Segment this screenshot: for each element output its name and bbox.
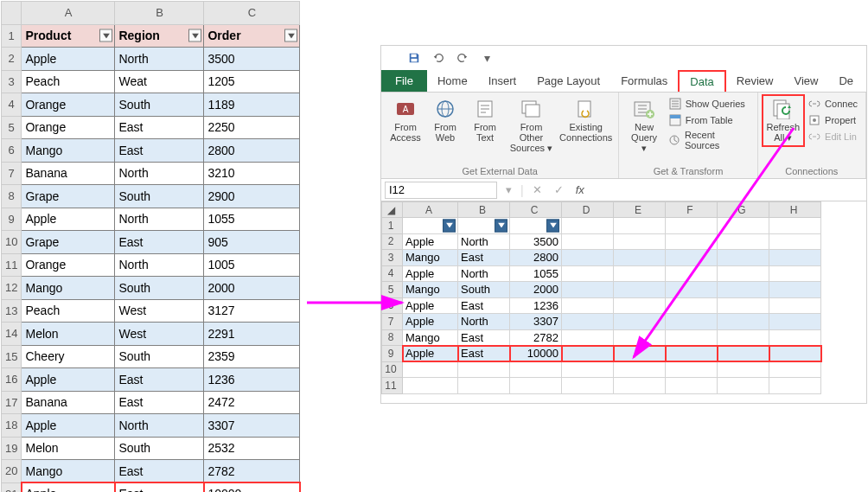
cell[interactable]: 2250	[204, 116, 300, 139]
cell[interactable]: Weat	[115, 70, 204, 93]
row-header[interactable]: 2	[382, 233, 403, 250]
cell[interactable]: 3307	[204, 414, 300, 438]
cell[interactable]: East	[458, 346, 510, 362]
cell[interactable]: East	[115, 482, 204, 492]
cell[interactable]: 905	[204, 231, 300, 254]
cell[interactable]: 2000	[510, 282, 562, 298]
cell[interactable]: Apple	[22, 482, 115, 492]
ext-btn-0[interactable]: AFromAccess	[386, 96, 424, 156]
cell[interactable]: 3210	[204, 162, 300, 185]
row-header[interactable]: 15	[2, 345, 22, 368]
cell[interactable]: Apple	[403, 265, 458, 282]
qat-dropdown-icon[interactable]: ▾	[480, 51, 494, 65]
cell[interactable]: West	[115, 299, 204, 323]
col-header-A[interactable]: A	[22, 2, 115, 25]
cell[interactable]: Apple	[22, 414, 115, 438]
tab-page-layout[interactable]: Page Layout	[527, 70, 610, 92]
ext-btn-4[interactable]: ExistingConnections	[558, 96, 613, 156]
right-header-order[interactable]: Order	[510, 218, 562, 234]
filter-dropdown-icon[interactable]	[546, 219, 559, 232]
cell[interactable]: Apple	[403, 233, 458, 250]
cell[interactable]: Mango	[22, 277, 115, 300]
cell[interactable]: Melon	[22, 437, 115, 460]
cell[interactable]: Grape	[22, 185, 115, 208]
refresh-all-button[interactable]: Refresh All ▾	[763, 96, 804, 145]
cell[interactable]: Grape	[22, 231, 115, 254]
row-header[interactable]: 7	[382, 314, 403, 330]
cell[interactable]: South	[115, 277, 204, 300]
new-query-button[interactable]: New Query ▾	[624, 96, 663, 156]
cell[interactable]: South	[458, 282, 510, 298]
cell[interactable]: North	[458, 233, 510, 250]
cell[interactable]: 2472	[204, 391, 300, 414]
row-header[interactable]: 2	[2, 48, 22, 71]
cell[interactable]: 2800	[510, 250, 562, 266]
header-product[interactable]: Product	[22, 24, 115, 48]
cell[interactable]: 1205	[204, 70, 300, 93]
filter-dropdown-icon[interactable]	[188, 29, 201, 42]
row-header[interactable]: 5	[2, 116, 22, 139]
cell[interactable]: 2782	[204, 460, 300, 483]
row-header[interactable]: 9	[382, 346, 403, 362]
row-header[interactable]: 20	[2, 460, 22, 483]
cell[interactable]: East	[458, 329, 510, 346]
cell[interactable]: East	[115, 231, 204, 254]
cell[interactable]: Peach	[22, 299, 115, 323]
cell[interactable]: 3500	[204, 48, 300, 71]
row-header[interactable]: 16	[2, 368, 22, 392]
tab-data[interactable]: Data	[678, 70, 725, 92]
cell[interactable]: North	[458, 265, 510, 282]
cell[interactable]: 2900	[204, 185, 300, 208]
cell[interactable]: 1236	[204, 368, 300, 392]
name-box[interactable]	[385, 182, 497, 199]
transform-btn-2[interactable]: Recent Sources	[666, 129, 752, 151]
cell[interactable]: Banana	[22, 162, 115, 185]
row-header[interactable]: 6	[2, 139, 22, 163]
cell[interactable]: East	[458, 297, 510, 314]
cell[interactable]: Mango	[403, 250, 458, 266]
row-header[interactable]: 8	[382, 329, 403, 346]
cell[interactable]: Mango	[22, 460, 115, 483]
cell[interactable]: Mango	[403, 282, 458, 298]
filter-dropdown-icon[interactable]	[99, 29, 112, 42]
header-region[interactable]: Region	[115, 24, 204, 48]
save-icon[interactable]	[407, 51, 421, 65]
transform-btn-1[interactable]: From Table	[666, 112, 752, 128]
tab-insert[interactable]: Insert	[478, 70, 527, 92]
filter-dropdown-icon[interactable]	[284, 29, 297, 42]
row-header[interactable]: 10	[2, 231, 22, 254]
redo-icon[interactable]	[456, 51, 469, 65]
cell[interactable]: Mango	[22, 139, 115, 163]
row-header[interactable]: 19	[2, 437, 22, 460]
cell[interactable]: Apple	[403, 297, 458, 314]
cell[interactable]: Orange	[22, 253, 115, 277]
col-header-C[interactable]: C	[204, 2, 300, 25]
conn-btn-2[interactable]: Edit Lin	[805, 129, 860, 144]
cell[interactable]: 1189	[204, 93, 300, 117]
conn-btn-1[interactable]: Propert	[805, 112, 860, 128]
cell[interactable]: North	[115, 414, 204, 438]
cell[interactable]: South	[115, 185, 204, 208]
conn-btn-0[interactable]: Connec	[805, 96, 860, 112]
cell[interactable]: North	[458, 314, 510, 330]
cell[interactable]: West	[115, 323, 204, 346]
cell[interactable]: 3307	[510, 314, 562, 330]
cell[interactable]: 10000	[204, 482, 300, 492]
cell[interactable]: Mango	[403, 329, 458, 346]
cell[interactable]: East	[115, 139, 204, 163]
row-header[interactable]: 3	[382, 250, 403, 266]
cell[interactable]: Melon	[22, 323, 115, 346]
tab-formulas[interactable]: Formulas	[610, 70, 678, 92]
row-header[interactable]: 11	[382, 378, 403, 394]
row-header[interactable]: 10	[382, 361, 403, 378]
row-header[interactable]: 6	[382, 297, 403, 314]
cell[interactable]: Orange	[22, 93, 115, 117]
tab-review[interactable]: Review	[726, 70, 784, 92]
cell[interactable]: East	[115, 116, 204, 139]
cell[interactable]: Banana	[22, 391, 115, 414]
row-header[interactable]: 13	[2, 299, 22, 323]
row-header[interactable]: 17	[2, 391, 22, 414]
cell[interactable]: North	[115, 208, 204, 231]
cell[interactable]: North	[115, 162, 204, 185]
row-header[interactable]: 5	[382, 282, 403, 298]
